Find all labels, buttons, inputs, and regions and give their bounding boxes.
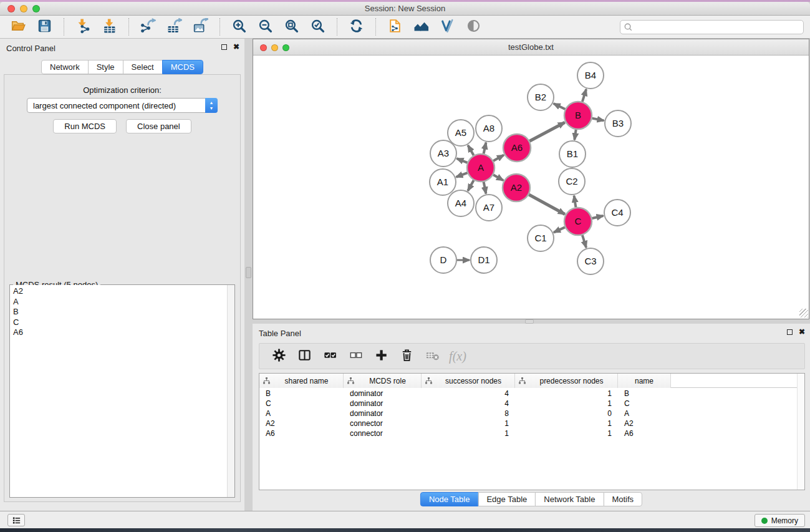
table-cell[interactable]: 1	[515, 389, 618, 399]
gear-button[interactable]	[268, 346, 289, 366]
table-cell[interactable]: 8	[422, 409, 515, 418]
table-cell[interactable]: C	[259, 399, 344, 409]
float-panel-icon[interactable]	[221, 44, 227, 50]
graph-edge-A-A7[interactable]	[484, 182, 486, 194]
graph-node-A[interactable]: A	[467, 154, 494, 181]
graph-edge-A6-B[interactable]	[529, 122, 565, 141]
graph-edge-B-B2[interactable]	[554, 104, 566, 109]
graph-edge-A-A6[interactable]	[493, 155, 504, 161]
run-mcds-button[interactable]: Run MCDS	[53, 119, 117, 133]
export-image-button[interactable]	[188, 17, 212, 36]
table-cell[interactable]: 1	[422, 418, 515, 428]
add-column-button[interactable]	[370, 346, 392, 366]
graph-edge-B-B3[interactable]	[592, 118, 604, 121]
mcds-result-scrollbar[interactable]	[227, 285, 234, 497]
close-panel-button[interactable]: Close panel	[126, 119, 191, 133]
home-layout-button[interactable]	[409, 17, 433, 36]
graph-edge-B-B1[interactable]	[574, 130, 576, 140]
table-float-panel-icon[interactable]	[787, 329, 793, 335]
graph-node-D1[interactable]: D1	[471, 247, 497, 273]
table-cell[interactable]: 1	[422, 428, 515, 438]
memory-button[interactable]: Memory	[755, 514, 805, 527]
zoom-out-button[interactable]	[253, 17, 277, 36]
close-panel-icon[interactable]: ✖	[233, 43, 239, 51]
mcds-result-item[interactable]: A6	[13, 327, 231, 338]
mcds-result-item[interactable]: A2	[13, 286, 231, 297]
save-session-button[interactable]	[32, 17, 56, 36]
graph-edge-B-B4[interactable]	[582, 89, 586, 102]
graph-edge-A-A8[interactable]	[484, 143, 486, 154]
tab-network-table[interactable]: Network Table	[535, 492, 604, 506]
table-row[interactable]: Cdominator41C	[259, 399, 797, 409]
tab-node-table[interactable]: Node Table	[420, 492, 479, 506]
tab-edge-table[interactable]: Edge Table	[478, 492, 536, 506]
refresh-button[interactable]	[344, 17, 368, 36]
table-cell[interactable]: connector	[344, 428, 422, 438]
graph-node-B3[interactable]: B3	[605, 110, 631, 137]
graph-node-A2[interactable]: A2	[503, 174, 530, 201]
table-cell[interactable]: A6	[618, 428, 671, 438]
network-window-titlebar[interactable]: testGlobe.txt	[253, 39, 809, 56]
table-cell[interactable]: A2	[618, 418, 671, 428]
graph-edge-A-A1[interactable]	[456, 173, 468, 177]
tab-motifs[interactable]: Motifs	[603, 492, 642, 506]
deselect-all-button[interactable]	[345, 346, 366, 366]
mcds-result-item[interactable]: A	[13, 297, 231, 307]
graph-node-B1[interactable]: B1	[559, 141, 586, 167]
graph-edge-A2-C[interactable]	[529, 195, 565, 215]
table-cell[interactable]: 0	[515, 409, 618, 418]
graph-node-A3[interactable]: A3	[430, 140, 456, 167]
table-cell[interactable]: 4	[422, 389, 515, 399]
graph-edge-C-C2[interactable]	[574, 196, 576, 208]
graph-node-B[interactable]: B	[564, 102, 592, 129]
window-resize-handle[interactable]	[799, 309, 808, 317]
split-view-button[interactable]	[294, 346, 315, 366]
tab-style[interactable]: Style	[88, 60, 123, 74]
network-canvas[interactable]: B4B2BB3A8A5A6A3B1AC2A1A2A4A7C4CC1C3DD1	[253, 56, 809, 319]
tab-network[interactable]: Network	[41, 60, 89, 74]
column-header-MCDS-role[interactable]: MCDS role	[344, 374, 422, 388]
graph-edge-C-C3[interactable]	[582, 235, 586, 248]
table-cell[interactable]: A2	[259, 418, 344, 428]
table-row[interactable]: Bdominator41B	[259, 389, 797, 399]
eye-button[interactable]	[461, 17, 485, 36]
mcds-result-item[interactable]: B	[13, 307, 231, 317]
import-network-button[interactable]	[71, 17, 95, 36]
graph-node-A8[interactable]: A8	[476, 115, 502, 142]
table-cell[interactable]: B	[618, 389, 671, 399]
hide-panels-button[interactable]	[435, 17, 459, 36]
graph-edge-A-A2[interactable]	[493, 175, 503, 180]
graph-edge-C-C4[interactable]	[592, 216, 604, 218]
vertical-splitter-grip[interactable]	[246, 267, 251, 278]
graph-node-A6[interactable]: A6	[503, 134, 531, 162]
graph-node-C3[interactable]: C3	[577, 248, 604, 274]
table-row[interactable]: Adominator80A	[259, 409, 797, 418]
tab-select[interactable]: Select	[123, 60, 163, 74]
new-network-document-button[interactable]	[383, 17, 407, 36]
zoom-in-button[interactable]	[227, 17, 251, 36]
search-input[interactable]	[620, 20, 804, 34]
horizontal-splitter-grip[interactable]	[525, 319, 534, 324]
table-cell[interactable]: 1	[515, 418, 618, 428]
column-header-successor-nodes[interactable]: successor nodes	[422, 374, 515, 388]
table-cell[interactable]: 1	[515, 399, 618, 409]
table-cell[interactable]: 4	[422, 399, 515, 409]
import-table-button[interactable]	[97, 17, 121, 36]
table-close-panel-icon[interactable]: ✖	[799, 328, 805, 336]
table-cell[interactable]: C	[618, 399, 671, 409]
export-network-button[interactable]	[136, 17, 160, 36]
network-graph[interactable]: B4B2BB3A8A5A6A3B1AC2A1A2A4A7C4CC1C3DD1	[253, 56, 809, 319]
graph-edge-C-C1[interactable]	[554, 227, 565, 232]
graph-node-C1[interactable]: C1	[528, 225, 554, 251]
table-scrollbar[interactable]	[797, 374, 804, 490]
mcds-result-item[interactable]: C	[13, 317, 231, 328]
column-header-shared-name[interactable]: shared name	[259, 374, 344, 388]
graph-edge-A-A3[interactable]	[457, 158, 468, 163]
graph-node-A1[interactable]: A1	[430, 169, 456, 195]
export-table-button[interactable]	[162, 17, 186, 36]
graph-node-A4[interactable]: A4	[448, 190, 474, 216]
open-session-button[interactable]	[6, 17, 30, 36]
delete-column-button[interactable]	[396, 346, 417, 366]
column-header-predecessor-nodes[interactable]: predecessor nodes	[515, 374, 618, 388]
table-cell[interactable]: dominator	[344, 409, 422, 418]
